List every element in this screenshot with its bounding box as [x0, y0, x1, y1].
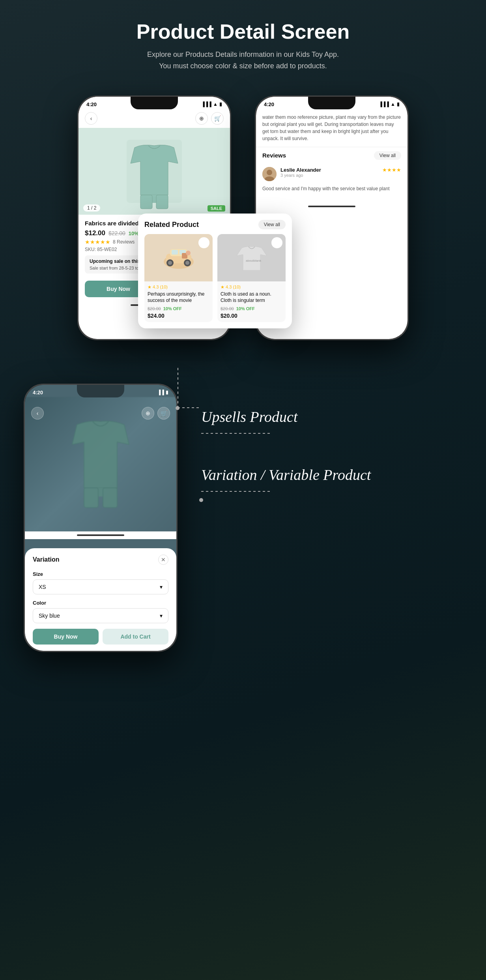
reviewer-name: Leslie Alexander: [280, 167, 378, 173]
scroll-text: water them moo reference picture, plant …: [256, 109, 407, 147]
related-final-1: $24.00: [148, 313, 209, 319]
review-stars: ★★★★: [382, 167, 401, 173]
buy-now-variation-button[interactable]: Buy Now: [33, 629, 99, 645]
reviewer-time: 3 years ago: [280, 173, 378, 178]
upsells-label: Upsells Product: [201, 407, 462, 427]
home-indicator-3: [25, 531, 176, 539]
status-time-3: 4:20: [33, 390, 43, 395]
related-product-overlay: Related Product View all: [138, 214, 292, 328]
related-product-info-2: ★ 4.3 (10) Cloth is used as a noun. Clot…: [217, 281, 286, 322]
wishlist-btn-2[interactable]: ♡: [271, 237, 282, 248]
connector-dot-2: [199, 498, 203, 502]
color-value: Sky blue: [39, 613, 60, 619]
notch-2: [308, 97, 355, 109]
status-icons-1: ▐▐▐ ▲ ▮: [202, 101, 222, 107]
phone-3-frame: 4:20 ▐▐ ▮: [24, 384, 178, 652]
connector-line-v1: [178, 368, 178, 407]
connector-area: [201, 498, 462, 502]
home-indicator-2: [256, 202, 407, 210]
related-price-row-1: $20.00 10% OFF: [148, 306, 209, 311]
variation-title: Variation: [33, 556, 60, 563]
svg-rect-17: [186, 251, 191, 255]
related-disc-1: 10% OFF: [163, 306, 182, 311]
cart-button-3[interactable]: 🛒: [157, 407, 170, 420]
price-original: $22.00: [108, 230, 125, 236]
phones-row-2: 4:20 ▐▐ ▮: [0, 352, 486, 664]
related-header: Related Product View all: [144, 220, 286, 229]
back-button-3[interactable]: ‹: [31, 407, 44, 420]
related-view-all-button[interactable]: View all: [258, 220, 286, 229]
reviews-view-all-button[interactable]: View all: [374, 151, 401, 160]
size-label: Size: [33, 571, 168, 577]
related-final-2: $20.00: [221, 313, 282, 319]
color-label: Color: [33, 600, 168, 606]
svg-point-14: [168, 261, 172, 265]
variation-header: Variation ✕: [33, 555, 168, 565]
color-select[interactable]: Sky blue ▾: [33, 608, 168, 623]
wifi-icon-2: ▲: [391, 101, 395, 107]
variation-sheet: Variation ✕ Size XS ▾ Color Sky blue: [25, 548, 176, 651]
image-counter: 1 / 2: [83, 204, 100, 212]
battery-icon: ▮: [219, 101, 222, 107]
svg-point-5: [267, 170, 272, 175]
reviews-header: Reviews View all: [256, 147, 407, 164]
reviews-title: Reviews: [262, 152, 286, 159]
battery-icon-3: ▮: [166, 390, 168, 395]
blurred-clothes: [53, 409, 148, 519]
status-icons-2: ▐▐▐ ▲ ▮: [379, 101, 400, 107]
upsells-label-area: Upsells Product: [201, 407, 462, 427]
connector-line-h1: [178, 407, 201, 408]
color-chevron-icon: ▾: [160, 613, 163, 619]
related-product-item-1: ♡ ★ 4.3 (10) Perhaps unsurprisingly, the…: [144, 234, 213, 322]
svg-rect-3: [156, 195, 168, 209]
related-orig-1: $20.00: [148, 306, 161, 311]
share-button-3[interactable]: ⊕: [142, 407, 154, 420]
status-time-1: 4:20: [86, 101, 97, 107]
page-subtitle: Explore our Products Details information…: [0, 49, 486, 72]
page-header: Product Detail Screen Explore our Produc…: [0, 0, 486, 84]
upsells-separator: [201, 433, 272, 434]
svg-text:aboutblank: aboutblank: [246, 259, 262, 262]
signal-icon-2: ▐▐▐: [379, 101, 389, 107]
back-button[interactable]: ‹: [85, 112, 97, 125]
related-products-grid: ♡ ★ 4.3 (10) Perhaps unsurprisingly, the…: [144, 234, 286, 322]
notch-3: [77, 385, 124, 397]
related-product-title: Related Product: [144, 221, 199, 229]
size-chevron-icon: ▾: [160, 584, 163, 590]
color-form-group: Color Sky blue ▾: [33, 600, 168, 623]
product-image: [111, 132, 198, 211]
cart-button[interactable]: 🛒: [211, 112, 224, 125]
status-bar-1: 4:20 ▐▐▐ ▲ ▮: [79, 97, 230, 109]
share-button[interactable]: ⊕: [195, 112, 208, 125]
topbar-icons: ⊕ 🛒: [195, 112, 224, 125]
phone-3-content: 4:20 ▐▐ ▮: [25, 385, 176, 651]
status-bar-3: 4:20 ▐▐ ▮: [25, 385, 176, 397]
shirt-image: aboutblank: [232, 242, 271, 274]
topbar-icons-3: ⊕ 🛒: [142, 407, 170, 420]
svg-rect-21: [103, 488, 117, 508]
related-product-info-1: ★ 4.3 (10) Perhaps unsurprisingly, the s…: [144, 281, 213, 322]
status-time-2: 4:20: [264, 101, 274, 107]
page-title: Product Detail Screen: [0, 20, 486, 43]
related-price-row-2: $20.00 10% OFF: [221, 306, 282, 311]
add-to-cart-variation-button[interactable]: Add to Cart: [103, 629, 168, 645]
status-icons-3: ▐▐ ▮: [157, 390, 168, 395]
phone-3-inner: 4:20 ▐▐ ▮: [25, 385, 176, 651]
close-variation-button[interactable]: ✕: [158, 555, 168, 565]
svg-rect-10: [172, 250, 178, 255]
phones-row-1: 4:20 ▐▐▐ ▲ ▮ ‹ ⊕ 🛒: [0, 84, 486, 352]
size-select[interactable]: XS ▾: [33, 579, 168, 594]
home-bar-3: [77, 534, 124, 536]
right-text-area: Upsells Product Variation / Variable Pro…: [201, 376, 462, 502]
variation-actions: Buy Now Add to Cart: [33, 629, 168, 645]
price-current: $12.00: [85, 229, 105, 237]
signal-icon: ▐▐▐: [202, 101, 212, 107]
stars: ★★★★★: [85, 239, 110, 245]
related-rating-2: ★ 4.3 (10): [221, 285, 282, 290]
svg-point-15: [185, 261, 189, 265]
variation-label: Variation / Variable Product: [201, 465, 462, 485]
variation-separator: [201, 491, 272, 492]
wishlist-btn-1[interactable]: ♡: [198, 237, 209, 248]
related-name-2: Cloth is used as a noun. Cloth is singul…: [221, 291, 282, 304]
reviewer-info: Leslie Alexander 3 years ago: [280, 167, 378, 178]
